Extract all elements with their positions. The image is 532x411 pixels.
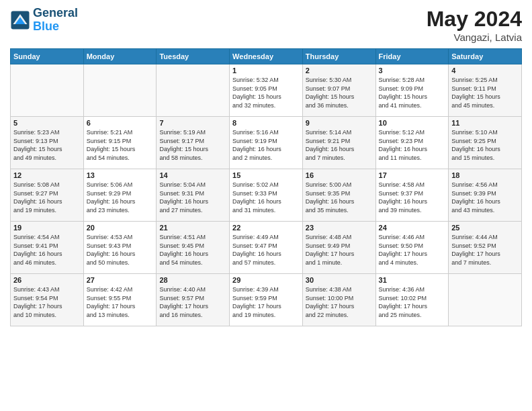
day-cell: 14Sunrise: 5:04 AM Sunset: 9:31 PM Dayli… [157,169,230,222]
col-sunday: Sunday [11,49,84,64]
week-row-4: 26Sunrise: 4:43 AM Sunset: 9:54 PM Dayli… [11,274,522,326]
page-container: General Blue May 2024 Vangazi, Latvia Su… [0,0,532,333]
col-wednesday: Wednesday [230,49,303,64]
day-number: 9 [306,119,373,127]
day-info: Sunrise: 5:28 AM Sunset: 9:09 PM Dayligh… [379,76,446,109]
day-number: 4 [451,66,519,75]
day-cell: 27Sunrise: 4:42 AM Sunset: 9:55 PM Dayli… [83,274,157,326]
day-info: Sunrise: 5:02 AM Sunset: 9:33 PM Dayligh… [232,181,300,214]
day-number: 8 [232,119,300,127]
day-cell: 21Sunrise: 4:51 AM Sunset: 9:45 PM Dayli… [157,222,230,274]
day-info: Sunrise: 4:44 AM Sunset: 9:52 PM Dayligh… [451,233,519,267]
day-cell [11,64,84,117]
day-info: Sunrise: 4:38 AM Sunset: 10:00 PM Daylig… [306,285,373,319]
day-number: 26 [13,276,81,284]
day-cell: 13Sunrise: 5:06 AM Sunset: 9:29 PM Dayli… [83,169,157,222]
day-cell: 11Sunrise: 5:10 AM Sunset: 9:25 PM Dayli… [449,117,522,169]
day-info: Sunrise: 5:04 AM Sunset: 9:31 PM Dayligh… [159,181,226,214]
day-info: Sunrise: 4:39 AM Sunset: 9:59 PM Dayligh… [232,285,300,319]
title-section: May 2024 Vangazi, Latvia [427,7,522,43]
day-number: 14 [159,171,226,179]
day-cell [83,64,157,117]
day-cell: 5Sunrise: 5:23 AM Sunset: 9:13 PM Daylig… [11,117,84,169]
day-number: 1 [232,66,300,75]
day-number: 25 [451,224,519,232]
day-cell [449,274,522,326]
day-cell: 22Sunrise: 4:49 AM Sunset: 9:47 PM Dayli… [230,222,303,274]
day-number: 19 [13,224,81,232]
day-number: 7 [159,119,226,127]
day-info: Sunrise: 4:54 AM Sunset: 9:41 PM Dayligh… [13,233,81,267]
day-number: 11 [451,119,519,127]
day-info: Sunrise: 4:36 AM Sunset: 10:02 PM Daylig… [379,285,446,319]
week-row-2: 12Sunrise: 5:08 AM Sunset: 9:27 PM Dayli… [11,169,522,222]
day-number: 30 [306,276,373,284]
day-cell: 2Sunrise: 5:30 AM Sunset: 9:07 PM Daylig… [302,64,375,117]
day-cell: 20Sunrise: 4:53 AM Sunset: 9:43 PM Dayli… [83,222,157,274]
month-title: May 2024 [427,7,522,32]
day-cell: 19Sunrise: 4:54 AM Sunset: 9:41 PM Dayli… [11,222,84,274]
day-number: 2 [306,66,373,75]
day-number: 31 [379,276,446,284]
day-cell: 24Sunrise: 4:46 AM Sunset: 9:50 PM Dayli… [375,222,449,274]
day-cell: 16Sunrise: 5:00 AM Sunset: 9:35 PM Dayli… [302,169,375,222]
day-info: Sunrise: 4:40 AM Sunset: 9:57 PM Dayligh… [159,285,226,319]
day-number: 6 [87,119,154,127]
day-cell: 9Sunrise: 5:14 AM Sunset: 9:21 PM Daylig… [302,117,375,169]
day-cell: 17Sunrise: 4:58 AM Sunset: 9:37 PM Dayli… [375,169,449,222]
day-info: Sunrise: 5:21 AM Sunset: 9:15 PM Dayligh… [87,128,154,162]
day-cell: 10Sunrise: 5:12 AM Sunset: 9:23 PM Dayli… [375,117,449,169]
day-cell: 18Sunrise: 4:56 AM Sunset: 9:39 PM Dayli… [449,169,522,222]
logo: General Blue [10,7,78,34]
day-number: 13 [87,171,154,179]
col-saturday: Saturday [449,49,522,64]
day-cell: 1Sunrise: 5:32 AM Sunset: 9:05 PM Daylig… [230,64,303,117]
calendar-table: Sunday Monday Tuesday Wednesday Thursday… [10,48,522,326]
calendar-header: Sunday Monday Tuesday Wednesday Thursday… [11,49,522,64]
day-cell [157,64,230,117]
day-cell: 15Sunrise: 5:02 AM Sunset: 9:33 PM Dayli… [230,169,303,222]
week-row-0: 1Sunrise: 5:32 AM Sunset: 9:05 PM Daylig… [11,64,522,117]
day-info: Sunrise: 4:46 AM Sunset: 9:50 PM Dayligh… [379,233,446,267]
header-row: Sunday Monday Tuesday Wednesday Thursday… [11,49,522,64]
day-info: Sunrise: 4:49 AM Sunset: 9:47 PM Dayligh… [232,233,300,267]
day-cell: 25Sunrise: 4:44 AM Sunset: 9:52 PM Dayli… [449,222,522,274]
col-monday: Monday [83,49,157,64]
day-cell: 23Sunrise: 4:48 AM Sunset: 9:49 PM Dayli… [302,222,375,274]
day-info: Sunrise: 4:53 AM Sunset: 9:43 PM Dayligh… [87,233,154,267]
week-row-1: 5Sunrise: 5:23 AM Sunset: 9:13 PM Daylig… [11,117,522,169]
day-info: Sunrise: 4:43 AM Sunset: 9:54 PM Dayligh… [13,285,81,319]
day-number: 28 [159,276,226,284]
day-info: Sunrise: 5:12 AM Sunset: 9:23 PM Dayligh… [379,128,446,162]
day-number: 16 [306,171,373,179]
col-friday: Friday [375,49,449,64]
col-thursday: Thursday [302,49,375,64]
col-tuesday: Tuesday [157,49,230,64]
day-info: Sunrise: 5:06 AM Sunset: 9:29 PM Dayligh… [87,181,154,214]
day-number: 10 [379,119,446,127]
day-info: Sunrise: 5:25 AM Sunset: 9:11 PM Dayligh… [451,76,519,109]
day-info: Sunrise: 5:08 AM Sunset: 9:27 PM Dayligh… [13,181,81,214]
day-number: 23 [306,224,373,232]
day-cell: 28Sunrise: 4:40 AM Sunset: 9:57 PM Dayli… [157,274,230,326]
day-number: 3 [379,66,446,75]
location: Vangazi, Latvia [427,32,522,43]
day-info: Sunrise: 5:10 AM Sunset: 9:25 PM Dayligh… [451,128,519,162]
logo-line1: General [33,7,78,20]
calendar-body: 1Sunrise: 5:32 AM Sunset: 9:05 PM Daylig… [11,64,522,326]
day-number: 17 [379,171,446,179]
day-cell: 26Sunrise: 4:43 AM Sunset: 9:54 PM Dayli… [11,274,84,326]
day-cell: 31Sunrise: 4:36 AM Sunset: 10:02 PM Dayl… [375,274,449,326]
day-cell: 6Sunrise: 5:21 AM Sunset: 9:15 PM Daylig… [83,117,157,169]
logo-text: General Blue [33,7,78,34]
day-info: Sunrise: 5:30 AM Sunset: 9:07 PM Dayligh… [306,76,373,109]
day-number: 18 [451,171,519,179]
day-info: Sunrise: 5:14 AM Sunset: 9:21 PM Dayligh… [306,128,373,162]
day-number: 22 [232,224,300,232]
day-number: 5 [13,119,81,127]
day-info: Sunrise: 4:48 AM Sunset: 9:49 PM Dayligh… [306,233,373,267]
day-number: 29 [232,276,300,284]
day-info: Sunrise: 5:00 AM Sunset: 9:35 PM Dayligh… [306,181,373,214]
day-cell: 8Sunrise: 5:16 AM Sunset: 9:19 PM Daylig… [230,117,303,169]
day-number: 20 [87,224,154,232]
